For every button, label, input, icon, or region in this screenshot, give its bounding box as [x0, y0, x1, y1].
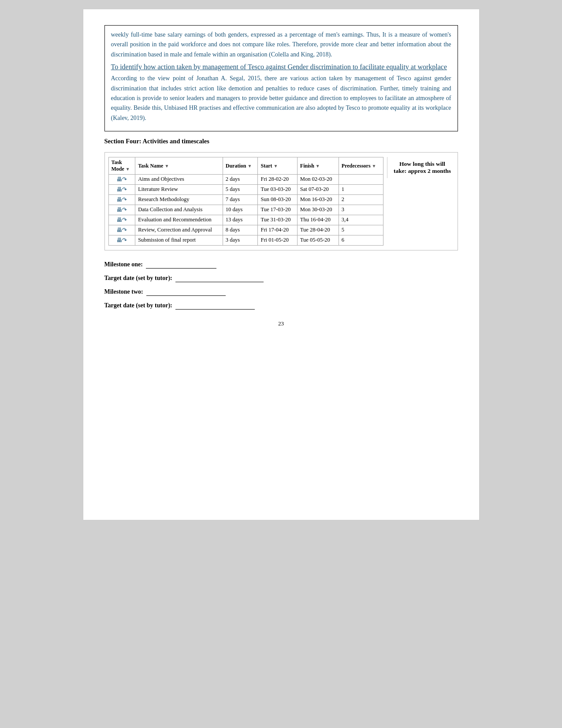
task-mode-icon: 🖶↷ — [116, 176, 127, 183]
task-duration-cell: 7 days — [223, 195, 258, 205]
col-finish: Finish ▼ — [297, 157, 339, 175]
task-mode-cell: 🖶↷ — [108, 195, 135, 205]
milestone-one-label: Milestone one: — [104, 261, 143, 268]
target-date-one-blank — [175, 275, 264, 282]
table-row: 🖶↷Review, Correction and Approval8 daysF… — [108, 225, 383, 235]
task-name-cell: Research Methodology — [135, 195, 223, 205]
task-pred-cell: 2 — [339, 195, 383, 205]
task-pred-cell: 3,4 — [339, 215, 383, 225]
col-task-name: Task Name ▼ — [135, 157, 223, 175]
task-mode-icon: 🖶↷ — [116, 227, 127, 234]
section-link[interactable]: To identify how action taken by manageme… — [111, 63, 451, 71]
task-name-cell: Evaluation and Recommendetion — [135, 215, 223, 225]
task-start-cell: Fri 17-04-20 — [258, 225, 297, 235]
milestone-one-line: Milestone one: — [104, 261, 458, 269]
task-mode-icon: 🖶↷ — [116, 217, 127, 224]
task-mode-cell: 🖶↷ — [108, 235, 135, 246]
task-duration-cell: 2 days — [223, 175, 258, 185]
milestone-two-line: Milestone two: — [104, 288, 458, 296]
task-start-cell: Fri 28-02-20 — [258, 175, 297, 185]
table-row: 🖶↷Evaluation and Recommendetion13 daysTu… — [108, 215, 383, 225]
col-start: Start ▼ — [258, 157, 297, 175]
task-pred-cell: 6 — [339, 235, 383, 246]
gantt-note: How long this will take: approx 2 months — [387, 157, 458, 178]
task-mode-icon: 🖶↷ — [116, 237, 127, 244]
milestone-two-label: Milestone two: — [104, 288, 143, 295]
page-number: 23 — [104, 320, 458, 327]
task-pred-cell: 5 — [339, 225, 383, 235]
text-content-box: weekly full-time base salary earnings of… — [104, 25, 458, 131]
milestones-section: Milestone one: Target date (set by tutor… — [104, 261, 458, 310]
table-row: 🖶↷Research Methodology7 daysSun 08-03-20… — [108, 195, 383, 205]
col-predecessors: Predecessors ▼ — [339, 157, 383, 175]
task-finish-cell: Mon 16-03-20 — [297, 195, 339, 205]
table-row: 🖶↷Submission of final report3 daysFri 01… — [108, 235, 383, 246]
task-mode-cell: 🖶↷ — [108, 205, 135, 215]
task-mode-icon: 🖶↷ — [116, 206, 127, 213]
task-duration-cell: 13 days — [223, 215, 258, 225]
task-name-cell: Submission of final report — [135, 235, 223, 246]
target-date-two-blank — [175, 302, 255, 310]
target-date-two-label: Target date (set by tutor): — [104, 302, 172, 309]
task-pred-cell: 3 — [339, 205, 383, 215]
milestone-two-blank — [146, 288, 226, 296]
task-finish-cell: Sat 07-03-20 — [297, 185, 339, 195]
task-mode-cell: 🖶↷ — [108, 215, 135, 225]
paragraph2: According to the view point of Jonathan … — [111, 74, 451, 123]
task-mode-cell: 🖶↷ — [108, 175, 135, 185]
task-start-cell: Fri 01-05-20 — [258, 235, 297, 246]
table-row: 🖶↷Literature Review5 daysTue 03-03-20Sat… — [108, 185, 383, 195]
col-task-mode: TaskMode ▼ — [108, 157, 135, 175]
task-pred-cell — [339, 175, 383, 185]
task-finish-cell: Tue 05-05-20 — [297, 235, 339, 246]
task-mode-icon: 🖶↷ — [116, 196, 127, 203]
page: weekly full-time base salary earnings of… — [83, 9, 480, 520]
task-name-cell: Literature Review — [135, 185, 223, 195]
task-finish-cell: Mon 30-03-20 — [297, 205, 339, 215]
target-date-one-line: Target date (set by tutor): — [104, 275, 458, 282]
task-mode-cell: 🖶↷ — [108, 185, 135, 195]
task-name-cell: Review, Correction and Approval — [135, 225, 223, 235]
target-date-one-label: Target date (set by tutor): — [104, 275, 172, 281]
gantt-section: TaskMode ▼ Task Name ▼ Duration ▼ Start … — [104, 152, 458, 250]
task-duration-cell: 5 days — [223, 185, 258, 195]
task-mode-cell: 🖶↷ — [108, 225, 135, 235]
task-start-cell: Tue 17-03-20 — [258, 205, 297, 215]
task-name-cell: Aims and Objectives — [135, 175, 223, 185]
task-pred-cell: 1 — [339, 185, 383, 195]
section-title: Section Four: Activities and timescales — [104, 138, 458, 145]
table-row: 🖶↷Data Collection and Analysis10 daysTue… — [108, 205, 383, 215]
task-finish-cell: Thu 16-04-20 — [297, 215, 339, 225]
task-start-cell: Tue 31-03-20 — [258, 215, 297, 225]
table-row: 🖶↷Aims and Objectives2 daysFri 28-02-20M… — [108, 175, 383, 185]
paragraph1: weekly full-time base salary earnings of… — [111, 30, 451, 60]
task-mode-icon: 🖶↷ — [116, 186, 127, 193]
milestone-one-blank — [146, 261, 216, 269]
gantt-table-area: TaskMode ▼ Task Name ▼ Duration ▼ Start … — [105, 157, 387, 246]
task-duration-cell: 10 days — [223, 205, 258, 215]
task-duration-cell: 8 days — [223, 225, 258, 235]
task-start-cell: Tue 03-03-20 — [258, 185, 297, 195]
task-duration-cell: 3 days — [223, 235, 258, 246]
task-start-cell: Sun 08-03-20 — [258, 195, 297, 205]
task-finish-cell: Tue 28-04-20 — [297, 225, 339, 235]
target-date-two-line: Target date (set by tutor): — [104, 302, 458, 310]
gantt-table: TaskMode ▼ Task Name ▼ Duration ▼ Start … — [108, 157, 383, 246]
col-duration: Duration ▼ — [223, 157, 258, 175]
task-name-cell: Data Collection and Analysis — [135, 205, 223, 215]
task-finish-cell: Mon 02-03-20 — [297, 175, 339, 185]
